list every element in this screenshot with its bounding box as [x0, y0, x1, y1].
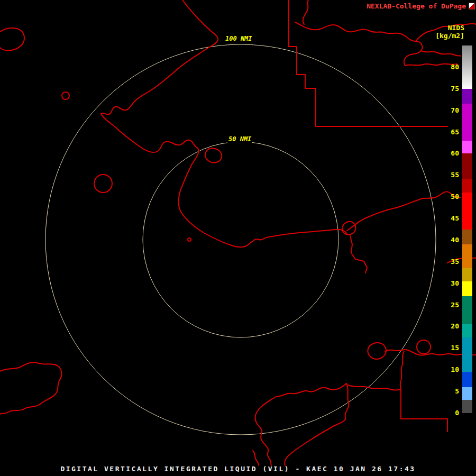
colorbar-segment [462, 45, 472, 89]
colorbar-segment [462, 296, 472, 324]
colorbar-tick-label: 25 [451, 301, 459, 309]
colorbar-segment [462, 281, 472, 297]
radar-display: 100 NMI 50 NMI NEXLAB-College of DuPage … [0, 0, 476, 476]
colorbar-tick-label: 80 [451, 63, 459, 71]
colorbar-segment [462, 179, 472, 193]
header-brand: NEXLAB-College of DuPage [367, 2, 475, 10]
colorbar-tick-label: 30 [451, 279, 459, 288]
colorbar-tick-label: 70 [451, 106, 459, 115]
colorbar-segment [462, 268, 472, 281]
colorbar-segment [462, 387, 472, 400]
colorbar-tick-label: 45 [451, 214, 459, 223]
colorbar-segment [462, 141, 472, 154]
colorbar-units: [kg/m2] [435, 32, 464, 40]
colorbar-header: NIDS [kg/m2] [435, 24, 464, 40]
colorbar-segment [462, 372, 472, 387]
colorbar-tick-label: 5 [455, 387, 459, 396]
colorbar-tick-label: 10 [451, 365, 459, 374]
colorbar-tick-label: 35 [451, 258, 459, 266]
colorbar-title: NIDS [435, 24, 464, 32]
colorbar-tick-label: 0 [455, 409, 459, 417]
brand-text: NEXLAB-College of DuPage [367, 2, 466, 10]
product-caption: DIGITAL VERTICALLY INTEGRATED LIQUID (VI… [0, 465, 476, 473]
colorbar-tick-label: 40 [451, 236, 459, 244]
colorbar-tick-label: 75 [451, 85, 459, 93]
colorbar-tick-label: 60 [451, 149, 459, 158]
colorbar-segment [462, 193, 472, 230]
colorbar-segment [462, 400, 472, 413]
colorbar-tick-label: 20 [451, 322, 459, 331]
colorbar-segment [462, 324, 472, 337]
colorbar-segment [462, 153, 472, 179]
colorbar-segment [462, 230, 472, 245]
colorbar-segment [462, 89, 472, 104]
cod-logo-icon [469, 3, 475, 10]
colorbar-segment [462, 244, 472, 268]
colorbar: 80757065605550454035302520151050 [0, 0, 476, 476]
colorbar-tick-label: 50 [451, 193, 459, 201]
colorbar-segment [462, 104, 472, 141]
colorbar-tick-label: 15 [451, 344, 459, 352]
colorbar-tick-label: 65 [451, 128, 459, 136]
colorbar-tick-label: 55 [451, 171, 459, 179]
colorbar-segment [462, 337, 472, 372]
